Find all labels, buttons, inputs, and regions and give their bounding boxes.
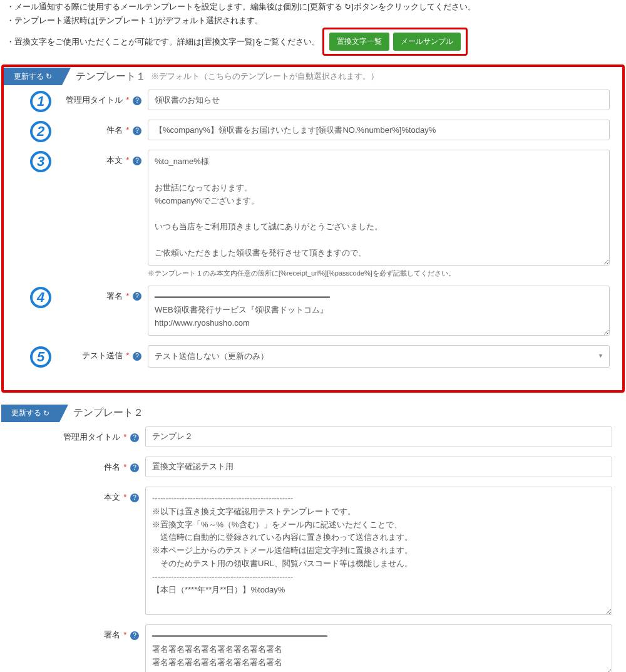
template1-header: 更新する テンプレート１ ※デフォルト（こちらのテンプレートが自動選択されます。… (4, 67, 622, 86)
label-admin-title: 管理用タイトル (63, 432, 120, 442)
help-icon[interactable]: ? (133, 127, 141, 135)
label-admin-title: 管理用タイトル (66, 95, 123, 105)
label-testsend: テスト送信 (82, 351, 123, 360)
template2-subject-input[interactable] (145, 457, 612, 477)
template1-signature-textarea[interactable] (148, 286, 610, 336)
label-signature: 署名 (106, 291, 123, 301)
template2-body-textarea[interactable] (145, 487, 612, 615)
badge-3: 3 (30, 151, 51, 172)
intro-block: ・メール通知する際に使用するメールテンプレートを設定します。編集後は個別に[更新… (0, 0, 626, 59)
template2-admin-title-input[interactable] (145, 426, 612, 447)
template2-title: テンプレート２ (73, 406, 143, 420)
help-icon[interactable]: ? (133, 352, 141, 361)
label-subject: 件名 (106, 125, 123, 135)
template1-testsend-select[interactable]: テスト送信しない（更新のみ） (148, 345, 610, 368)
label-body: 本文 (104, 492, 120, 502)
update-label: 更新する (11, 408, 41, 418)
badge-4: 4 (30, 287, 51, 308)
template1-note: ※デフォルト（こちらのテンプレートが自動選択されます。） (151, 71, 379, 82)
replace-list-button[interactable]: 置換文字一覧 (329, 33, 389, 51)
badge-2: 2 (30, 121, 51, 142)
label-signature: 署名 (104, 630, 120, 639)
help-icon[interactable]: ? (130, 463, 139, 472)
template2-section: 更新する テンプレート２ 管理用タイトル * ? 件名 * ? (1, 404, 625, 672)
refresh-icon (46, 72, 52, 81)
label-body: 本文 (106, 155, 123, 165)
template1-admin-title-input[interactable] (148, 90, 610, 110)
template1-body-hint: ※テンプレート１のみ本文内任意の箇所に[%receipt_url%][%pass… (148, 269, 610, 278)
badge-5: 5 (30, 346, 51, 368)
badge-1: 1 (30, 91, 51, 112)
update-label: 更新する (14, 71, 44, 82)
intro-line-3: ・置換文字をご使用いただくことが可能です。詳細は[置換文字一覧]をご覧ください。 (6, 35, 320, 49)
intro-line-1: ・メール通知する際に使用するメールテンプレートを設定します。編集後は個別に[更新… (6, 0, 626, 14)
top-buttons-highlight: 置換文字一覧 メールサンプル (322, 28, 468, 56)
help-icon[interactable]: ? (130, 494, 139, 502)
template1-title: テンプレート１ (76, 70, 146, 83)
template2-header: 更新する テンプレート２ (1, 404, 625, 423)
mail-sample-button[interactable]: メールサンプル (393, 33, 461, 51)
label-subject: 件名 (104, 462, 120, 472)
required-mark: * (126, 95, 129, 105)
template1-update-button[interactable]: 更新する (10, 71, 56, 83)
help-icon[interactable]: ? (133, 292, 141, 301)
template1-subject-input[interactable] (148, 120, 610, 140)
help-icon[interactable]: ? (130, 631, 139, 640)
refresh-icon (43, 409, 49, 418)
help-icon[interactable]: ? (130, 433, 139, 442)
template2-signature-textarea[interactable] (145, 624, 612, 672)
help-icon[interactable]: ? (133, 96, 141, 105)
help-icon[interactable]: ? (133, 157, 141, 165)
template1-highlight-box: 更新する テンプレート１ ※デフォルト（こちらのテンプレートが自動選択されます。… (1, 65, 625, 393)
intro-line-2: ・テンプレート選択時は[テンプレート１]がデフォルト選択されます。 (6, 14, 626, 28)
template2-update-button[interactable]: 更新する (8, 407, 53, 419)
template1-body-textarea[interactable] (148, 150, 610, 265)
